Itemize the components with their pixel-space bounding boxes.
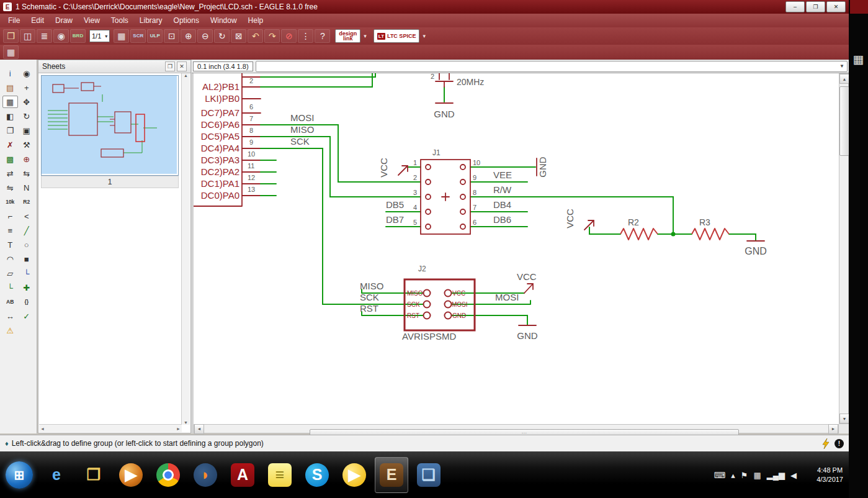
- zoom-redraw-button[interactable]: ↻: [214, 29, 230, 43]
- scroll-left-icon[interactable]: ◄: [40, 427, 45, 431]
- taskbar-skype-icon[interactable]: S: [300, 457, 334, 493]
- canvas-horizontal-scrollbar[interactable]: ◄ ⋯ ►: [194, 424, 839, 433]
- ltc-spice-button[interactable]: LT LTC SPICE: [374, 29, 420, 43]
- schematic-canvas[interactable]: AL2)PB1 LKI)PB0 DC7)PA7 DC6)PA6 DC5)PA5 …: [194, 73, 839, 424]
- net-label-miso[interactable]: MISO: [290, 124, 314, 135]
- tool-group-icon[interactable]: ▦: [2, 96, 18, 108]
- zoom-select-button[interactable]: ⊠: [231, 29, 246, 43]
- menu-file[interactable]: File: [2, 14, 25, 27]
- tool-wire-icon[interactable]: ╱: [19, 224, 35, 237]
- gnd-symbol-divider[interactable]: GND: [745, 241, 767, 256]
- help-button[interactable]: ?: [315, 29, 330, 43]
- tray-network-icon[interactable]: ▂▄▆: [767, 469, 785, 481]
- menu-library[interactable]: Library: [134, 14, 168, 27]
- wire-xtal1[interactable]: [261, 73, 375, 77]
- zoom-in-button[interactable]: ⊕: [181, 29, 196, 43]
- scroll-right-button[interactable]: ►: [828, 424, 838, 434]
- component-crystal[interactable]: 2 20MHz GND: [431, 73, 484, 119]
- tool-net-icon[interactable]: └: [2, 281, 18, 294]
- panel-close-button[interactable]: ✕: [177, 61, 187, 71]
- taskbar-clock[interactable]: 4:48 PM 4/3/2017: [817, 451, 843, 498]
- scroll-up-icon[interactable]: ▲: [184, 73, 188, 78]
- ltc-spice-dropdown[interactable]: ▾: [421, 33, 427, 39]
- component-j1[interactable]: J1 1 2 3 4 5 10 9 8 7 6: [413, 148, 480, 234]
- wire-stubs[interactable]: [261, 160, 276, 196]
- start-button[interactable]: ⊞: [2, 457, 36, 493]
- menu-help[interactable]: Help: [243, 14, 269, 27]
- tool-change-icon[interactable]: ▩: [2, 153, 18, 165]
- vcc-symbol-j2[interactable]: VCC: [517, 271, 537, 293]
- component-j2[interactable]: MISO VCC SCK MOSI RST GND J2 AVRISPSMD: [402, 265, 475, 342]
- wire-mosi[interactable]: [261, 125, 421, 182]
- panel-float-button[interactable]: ❐: [165, 61, 175, 71]
- taskbar-wmp-icon[interactable]: ▶: [114, 457, 148, 493]
- save-button[interactable]: ◫: [20, 29, 35, 43]
- tool-invoke-icon[interactable]: ≡: [2, 224, 18, 237]
- status-lightning-icon[interactable]: [822, 438, 830, 449]
- scroll-down-button[interactable]: ▼: [839, 414, 849, 423]
- tool-delete-icon[interactable]: ✗: [2, 138, 18, 151]
- tray-flag-icon[interactable]: ⚑: [741, 469, 748, 481]
- tool-value-icon[interactable]: 10k: [2, 196, 18, 208]
- tool-dimension-icon[interactable]: ↔: [2, 310, 18, 322]
- tool-info-icon[interactable]: i: [2, 67, 18, 79]
- undo-button[interactable]: ↶: [248, 29, 263, 43]
- scroll-left-button[interactable]: ◄: [194, 424, 204, 434]
- vertical-scroll-thumb[interactable]: [839, 86, 849, 156]
- gnd-symbol-j1[interactable]: GND: [537, 156, 548, 178]
- canvas-vertical-scrollbar[interactable]: ▲ ▼: [839, 73, 849, 424]
- net-label-rw[interactable]: R/W: [493, 184, 512, 195]
- tool-fix-icon[interactable]: ⚒: [19, 138, 35, 151]
- side-strip-grid-icon[interactable]: ▦: [849, 52, 868, 66]
- tool-gateswap-icon[interactable]: ⇋: [2, 181, 18, 194]
- tool-label-icon[interactable]: AB: [2, 296, 18, 308]
- menu-view[interactable]: View: [78, 14, 105, 27]
- tool-mirror-icon[interactable]: ◧: [2, 110, 18, 122]
- sheet-thumbnail[interactable]: [41, 75, 179, 176]
- tray-volume-icon[interactable]: ◀: [790, 469, 797, 481]
- sheet-item-1[interactable]: 1: [41, 176, 179, 188]
- tool-paste-icon[interactable]: ▣: [19, 124, 35, 137]
- tool-arc-icon[interactable]: ◠: [2, 253, 18, 265]
- sheets-horizontal-scrollbar[interactable]: ◄ ►: [39, 424, 182, 432]
- command-input[interactable]: [256, 61, 838, 71]
- tool-circle-icon[interactable]: ○: [19, 238, 35, 251]
- tool-pinswap-icon[interactable]: ⇄: [2, 167, 18, 179]
- scroll-up-button[interactable]: ▲: [839, 74, 849, 84]
- run-script-button[interactable]: SCR: [130, 29, 146, 43]
- tool-errors-icon[interactable]: ⚠: [2, 324, 18, 337]
- tool-polygon-icon[interactable]: ▱: [2, 267, 18, 279]
- vcc-symbol-j1[interactable]: VCC: [378, 158, 408, 178]
- tool-display-icon[interactable]: ▤: [2, 81, 18, 94]
- net-label-db4[interactable]: DB4: [493, 199, 511, 210]
- command-dropdown-icon[interactable]: ▼: [837, 63, 847, 69]
- print-button[interactable]: ≣: [37, 29, 52, 43]
- tool-bus-icon[interactable]: └: [19, 267, 35, 279]
- tray-keyboard-icon[interactable]: ⌨: [714, 469, 726, 481]
- tool-erc-icon[interactable]: ✓: [19, 310, 35, 322]
- tool-add-icon[interactable]: ⊕: [19, 153, 35, 165]
- sheets-vertical-scrollbar[interactable]: ▲ ▼: [181, 73, 190, 425]
- grid-table-button[interactable]: ▦: [114, 29, 129, 43]
- taskbar-eagle-icon[interactable]: E: [375, 457, 408, 493]
- design-link-button[interactable]: designlink: [335, 29, 360, 43]
- taskbar-chrome-icon[interactable]: [151, 457, 185, 493]
- tool-split-icon[interactable]: <: [19, 210, 35, 222]
- scroll-right-icon[interactable]: ►: [176, 427, 181, 431]
- tool-copy-icon[interactable]: ❐: [2, 124, 18, 137]
- taskbar-ie-icon[interactable]: e: [40, 457, 73, 493]
- net-label-mosi-j2[interactable]: MOSI: [495, 292, 519, 302]
- export-image-button[interactable]: ◉: [53, 29, 69, 43]
- tool-show-icon[interactable]: ◉: [19, 67, 35, 79]
- zoom-fit-button[interactable]: ⊡: [164, 29, 179, 43]
- wire-miso[interactable]: [261, 137, 421, 197]
- tray-show-hidden-icon[interactable]: ▴: [731, 469, 735, 481]
- net-label-sck[interactable]: SCK: [290, 136, 310, 147]
- taskbar-firefox-icon[interactable]: ◗: [189, 457, 222, 493]
- tool-rect-icon[interactable]: ■: [19, 253, 35, 265]
- tool-rotate-icon[interactable]: ↻: [19, 110, 35, 122]
- tool-move-icon[interactable]: ✥: [19, 96, 35, 108]
- net-label-mosi[interactable]: MOSI: [290, 112, 314, 123]
- net-label-vee[interactable]: VEE: [493, 170, 512, 180]
- taskbar-photos-icon[interactable]: ❏: [412, 457, 445, 493]
